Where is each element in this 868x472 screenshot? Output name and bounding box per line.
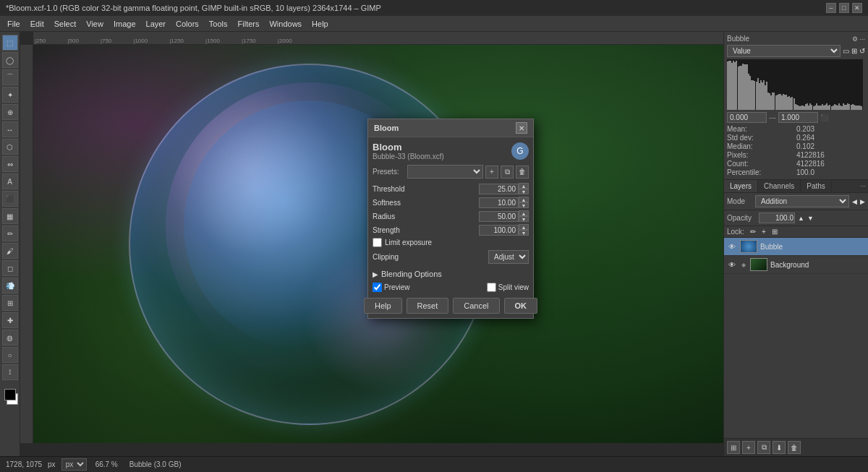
reset-button[interactable]: Reset — [407, 298, 449, 314]
softness-input[interactable] — [479, 197, 519, 208]
preset-add-button[interactable]: + — [485, 166, 498, 179]
histogram-channel-select[interactable]: Value Red Green Blue Alpha — [727, 45, 841, 57]
presets-select[interactable] — [407, 165, 483, 179]
menu-windows[interactable]: Windows — [265, 18, 306, 30]
tab-layers[interactable]: Layers — [724, 180, 758, 192]
unit-select[interactable]: px — [61, 458, 87, 471]
tool-heal[interactable]: ✚ — [2, 312, 18, 328]
histogram-range-min[interactable] — [727, 112, 767, 123]
limit-exposure-checkbox[interactable] — [373, 238, 382, 247]
maximize-button[interactable]: □ — [839, 3, 849, 13]
duplicate-layer-btn[interactable]: ⧉ — [757, 441, 770, 454]
menu-help[interactable]: Help — [307, 18, 333, 30]
tool-perspective[interactable]: ⬡ — [2, 139, 18, 155]
menu-file[interactable]: File — [3, 18, 25, 30]
minimize-button[interactable]: – — [826, 3, 836, 13]
threshold-down[interactable]: ▼ — [519, 189, 529, 194]
menu-edit[interactable]: Edit — [26, 18, 48, 30]
layers-mode-select[interactable]: Addition Normal Multiply Screen Overlay — [755, 195, 849, 207]
dialog-close-button[interactable]: ✕ — [516, 122, 527, 134]
blending-options-arrow[interactable]: ▶ — [373, 270, 378, 278]
cancel-button[interactable]: Cancel — [453, 298, 499, 314]
layer-visibility-background[interactable]: 👁 — [727, 259, 737, 270]
histogram-linear-btn[interactable]: ▭ — [843, 47, 849, 55]
titlebar-title: *Bloom.xcf-1.0 (RGB color 32-bit gamma f… — [6, 4, 381, 12]
histogram-log-btn[interactable]: ⊞ — [851, 47, 857, 55]
new-layer-btn[interactable]: + — [742, 441, 755, 454]
softness-up[interactable]: ▲ — [519, 197, 529, 202]
status-layer: Bubble (3.0 GB) — [129, 460, 182, 468]
menu-filters[interactable]: Filters — [234, 18, 264, 30]
status-unit: px — [48, 460, 56, 468]
tool-ellipse[interactable]: ◯ — [2, 52, 18, 68]
preset-delete-button[interactable]: 🗑 — [516, 166, 529, 179]
tool-text[interactable]: A — [2, 173, 18, 189]
menu-layer[interactable]: Layer — [142, 18, 171, 30]
strength-input[interactable] — [479, 225, 519, 236]
delete-layer-btn[interactable]: 🗑 — [788, 441, 801, 454]
foreground-color[interactable] — [4, 389, 16, 400]
radius-input[interactable] — [479, 211, 519, 222]
softness-down[interactable]: ▼ — [519, 202, 529, 208]
histogram-zoom-btn[interactable]: ⬛ — [820, 114, 828, 121]
layers-panel-menu[interactable]: ··· — [858, 180, 868, 192]
layers-mode-prev[interactable]: ◀ — [852, 198, 857, 205]
menu-view[interactable]: View — [82, 18, 108, 30]
tool-dodge[interactable]: ○ — [2, 347, 18, 363]
tool-fuzzy-select[interactable]: ✦ — [2, 87, 18, 103]
tool-eraser[interactable]: ◻ — [2, 260, 18, 276]
lock-position-btn[interactable]: + — [762, 228, 766, 236]
threshold-input[interactable] — [479, 184, 519, 194]
tab-channels[interactable]: Channels — [758, 180, 801, 192]
merge-layer-btn[interactable]: ⬇ — [773, 441, 786, 454]
tool-crop[interactable]: ⊕ — [2, 104, 18, 120]
tool-clone[interactable]: ⊞ — [2, 295, 18, 311]
tool-paint-bucket[interactable]: ⬛ — [2, 191, 18, 207]
histogram-refresh-btn[interactable]: ↺ — [859, 47, 865, 55]
tool-airbrush[interactable]: 💨 — [2, 278, 18, 293]
split-view-checkbox[interactable] — [487, 283, 496, 292]
opacity-input[interactable] — [759, 213, 795, 223]
new-layer-group-btn[interactable]: ⊞ — [727, 441, 740, 454]
layer-row[interactable]: 👁 ◆ Background — [724, 256, 868, 274]
layer-chain-background: ◆ — [741, 262, 746, 268]
tool-lasso[interactable]: ⌒ — [2, 69, 18, 85]
ok-button[interactable]: OK — [504, 298, 538, 314]
layer-row[interactable]: 👁 Bubble — [724, 238, 868, 256]
preview-checkbox[interactable] — [373, 283, 382, 292]
layer-visibility-bubble[interactable]: 👁 — [727, 241, 737, 252]
tool-gradient[interactable]: ▦ — [2, 208, 18, 224]
lock-alpha-btn[interactable]: ⊞ — [772, 228, 778, 236]
strength-up[interactable]: ▲ — [519, 224, 529, 230]
tool-paintbrush[interactable]: 🖌 — [2, 243, 18, 259]
layers-footer: ⊞ + ⧉ ⬇ 🗑 — [724, 438, 868, 456]
menu-image[interactable]: Image — [109, 18, 140, 30]
menu-select[interactable]: Select — [50, 18, 81, 30]
tool-transform[interactable]: ↔ — [2, 121, 18, 137]
strength-down[interactable]: ▼ — [519, 230, 529, 236]
layers-mode-next[interactable]: ▶ — [860, 198, 865, 205]
opacity-up[interactable]: ▲ — [798, 215, 804, 222]
help-button[interactable]: Help — [364, 298, 402, 314]
status-zoom: 66.7 % — [95, 460, 118, 468]
menu-colors[interactable]: Colors — [171, 18, 203, 30]
blending-options-row[interactable]: ▶ Blending Options — [373, 268, 529, 280]
tool-blur[interactable]: ◍ — [2, 330, 18, 346]
tool-paths[interactable]: ⟟ — [2, 364, 18, 380]
layer-thumb-background — [750, 258, 767, 271]
radius-down[interactable]: ▼ — [519, 216, 529, 222]
opacity-down[interactable]: ▼ — [807, 215, 814, 222]
clipping-select[interactable]: Adjust Clip — [488, 250, 529, 264]
preset-duplicate-button[interactable]: ⧉ — [501, 166, 514, 179]
tool-flip[interactable]: ⇔ — [2, 156, 18, 172]
tab-paths[interactable]: Paths — [801, 180, 832, 192]
threshold-up[interactable]: ▲ — [519, 183, 529, 189]
tool-rectangle[interactable]: ⬚ — [2, 35, 18, 51]
tool-pencil[interactable]: ✏ — [2, 226, 18, 241]
radius-up[interactable]: ▲ — [519, 210, 529, 216]
lock-pixels-btn[interactable]: ✏ — [750, 228, 756, 236]
menu-tools[interactable]: Tools — [205, 18, 232, 30]
layer-name-background: Background — [770, 261, 809, 269]
close-button[interactable]: ✕ — [852, 3, 862, 13]
histogram-range-max[interactable] — [778, 112, 818, 123]
